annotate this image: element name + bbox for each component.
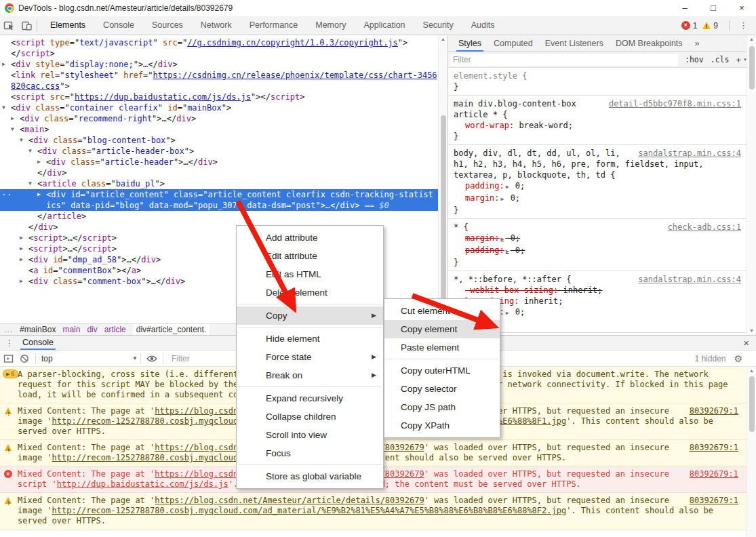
scroll-up-icon[interactable]: ▲ (747, 367, 756, 375)
clear-console-icon[interactable] (16, 351, 33, 366)
expand-value-icon[interactable]: ▶ (501, 236, 504, 242)
tab-security[interactable]: Security (423, 16, 454, 35)
css-property[interactable]: word-wrap: break-word; (454, 120, 741, 131)
breadcrumb-item-article[interactable]: article (104, 325, 126, 334)
repeat-count-badge[interactable]: ▶6 (3, 370, 18, 378)
new-style-rule-button[interactable]: + (736, 55, 741, 65)
expand-value-icon[interactable]: ▶ (506, 248, 509, 254)
console-warning-message[interactable]: !80392679:1Mixed Content: The page at 'h… (0, 493, 756, 530)
console-settings-gear-icon[interactable]: ⚙ (734, 353, 742, 364)
tab-sources[interactable]: Sources (152, 16, 183, 35)
style-rule[interactable]: element.style {} (448, 68, 747, 96)
dom-tree-node-selected[interactable]: ▶··<div id="article_content" class="arti… (0, 189, 438, 211)
expand-arrow-icon[interactable]: ▶ (2, 59, 5, 70)
styles-scrollbar[interactable]: ▲ ▼ (747, 35, 756, 335)
style-rule[interactable]: detail-d5bbc970f8.min.css:1main div.blog… (448, 96, 747, 145)
menu-item-collapse-children[interactable]: Collapse children (237, 407, 383, 426)
stylesheet-source-link[interactable]: check-adb.css:1 (668, 222, 741, 233)
menu-item-copy-js-path[interactable]: Copy JS path (384, 398, 500, 416)
menu-item-copy[interactable]: Copy▶ (237, 306, 383, 325)
dom-tree-node[interactable]: </div> (0, 167, 438, 178)
dom-tree-node[interactable]: ▼<div class="blog-content-box"> (0, 135, 438, 146)
drawer-menu-icon[interactable]: ⋮ (5, 338, 14, 348)
message-url-link[interactable]: https://blog.csdn.net/Amesteur/article/d… (155, 496, 424, 505)
menu-item-copy-selector[interactable]: Copy selector (384, 380, 500, 398)
tab-console[interactable]: Console (20, 336, 56, 350)
tab-audits[interactable]: Audits (471, 16, 495, 35)
menu-item-expand-recursively[interactable]: Expand recursively (237, 389, 383, 407)
stylesheet-source-link[interactable]: detail-d5bbc970f8.min.css:1 (609, 98, 741, 109)
expand-value-icon[interactable]: ▶ (506, 310, 509, 316)
message-url-link[interactable]: http://recom-1252788780.cosbj.myqcloud.c… (52, 506, 567, 515)
expand-arrow-icon[interactable]: ▶ (20, 243, 23, 254)
collapse-arrow-icon[interactable]: ▼ (28, 146, 32, 157)
message-source-link[interactable]: 80392679:1 (690, 406, 738, 416)
dom-tree-node[interactable]: ▼<div class="article-header-box"> (0, 146, 438, 157)
dom-tree-node[interactable]: <script src="https://dup.baidustatic.com… (0, 92, 438, 102)
dom-tree-node[interactable]: ▼<article class="baidu_pl"> (0, 178, 438, 189)
class-toggle[interactable]: .cls (711, 55, 730, 64)
scroll-up-icon[interactable]: ▲ (747, 35, 756, 43)
menu-item-cut-element[interactable]: Cut element (384, 302, 500, 320)
breadcrumb-item-div-article-content[interactable]: div#article_content. (133, 324, 210, 335)
tab-computed[interactable]: Computed (494, 35, 533, 52)
css-property[interactable]: margin:▶ 0; (454, 233, 741, 245)
tab-console[interactable]: Console (103, 16, 134, 35)
expand-arrow-icon[interactable]: ▶ (20, 276, 23, 287)
show-console-sidebar-icon[interactable] (0, 351, 16, 366)
tab-performance[interactable]: Performance (250, 16, 298, 35)
javascript-context-select[interactable]: top ▼ (41, 354, 138, 363)
stylesheet-source-link[interactable]: sandalstrap.min.css:4 (638, 148, 741, 159)
menu-item-hide-element[interactable]: Hide element (237, 330, 383, 348)
minimize-button[interactable]: – (671, 0, 699, 16)
tab-elements[interactable]: Elements (50, 16, 85, 35)
scroll-up-icon[interactable]: ▲ (439, 35, 447, 43)
dom-tree-node[interactable]: <link rel="stylesheet" href="https://csd… (0, 70, 438, 92)
error-badge-icon[interactable]: × (681, 21, 690, 30)
css-property[interactable]: margin:▶ 0; (454, 193, 741, 205)
breadcrumb-item-[interactable]: ... (4, 325, 13, 334)
scrollbar-thumb[interactable] (749, 376, 755, 432)
collapse-arrow-icon[interactable]: ▼ (2, 102, 5, 113)
inspect-element-icon[interactable] (0, 17, 18, 35)
menu-item-focus[interactable]: Focus (237, 444, 383, 462)
menu-item-copy-element[interactable]: Copy element (384, 320, 500, 338)
message-url-link[interactable]: http://dup.baidustatic.com/js/ds.js (57, 479, 228, 489)
css-property[interactable]: padding:▶ 0; (454, 180, 741, 193)
menu-item-copy-xpath[interactable]: Copy XPath (384, 416, 500, 435)
console-scrollbar[interactable]: ▲ (747, 367, 756, 537)
stylesheet-source-link[interactable]: sandalstrap.min.css:4 (638, 274, 741, 285)
menu-item-copy-outerhtml[interactable]: Copy outerHTML (384, 361, 500, 380)
scroll-down-icon[interactable]: ▼ (747, 327, 756, 335)
tab-memory[interactable]: Memory (315, 16, 346, 35)
dom-tree-node[interactable]: </article> (0, 211, 438, 222)
menu-item-delete-element[interactable]: Delete element (237, 283, 383, 302)
css-property[interactable]: padding:▶ 0; (454, 245, 741, 257)
tab-application[interactable]: Application (363, 16, 405, 35)
more-options-icon[interactable]: ⋮ (735, 20, 752, 31)
menu-item-force-state[interactable]: Force state▶ (237, 348, 383, 366)
live-expression-eye-icon[interactable] (144, 351, 160, 366)
menu-item-edit-as-html[interactable]: Edit as HTML (237, 265, 383, 283)
dom-tree-node[interactable]: ▶<div style="display:none;">…</div> (0, 59, 438, 70)
scrollbar-thumb[interactable] (441, 115, 446, 309)
message-source-link[interactable]: 80392679:1 (690, 496, 738, 506)
styles-filter-input[interactable] (450, 54, 678, 66)
message-source-link[interactable]: 80392679:1 (690, 469, 738, 479)
menu-item-scroll-into-view[interactable]: Scroll into view (237, 426, 383, 444)
expand-value-icon[interactable]: ▶ (501, 196, 504, 202)
menu-item-store-as-global-variable[interactable]: Store as global variable (237, 467, 383, 485)
menu-item-paste-element[interactable]: Paste element (384, 338, 500, 357)
warning-badge-icon[interactable]: ! (702, 22, 711, 29)
scrollbar-thumb[interactable] (749, 46, 755, 90)
expand-arrow-icon[interactable]: ▶ (37, 189, 41, 200)
more-tabs-icon[interactable]: » (695, 35, 700, 52)
dom-tree-node[interactable]: ▶<div class="recommend-right">…</div> (0, 113, 438, 124)
hidden-messages-count[interactable]: 1 hidden (694, 354, 725, 363)
device-toolbar-icon[interactable] (18, 17, 35, 35)
expand-value-icon[interactable]: ▶ (506, 184, 509, 190)
breadcrumb-item-mainbox[interactable]: #mainBox (20, 325, 56, 334)
expand-arrow-icon[interactable]: ▶ (20, 254, 23, 265)
breadcrumb-item-main[interactable]: main (62, 325, 80, 334)
dom-tree-node[interactable]: <script type="text/javascript" src="//g.… (0, 37, 438, 48)
